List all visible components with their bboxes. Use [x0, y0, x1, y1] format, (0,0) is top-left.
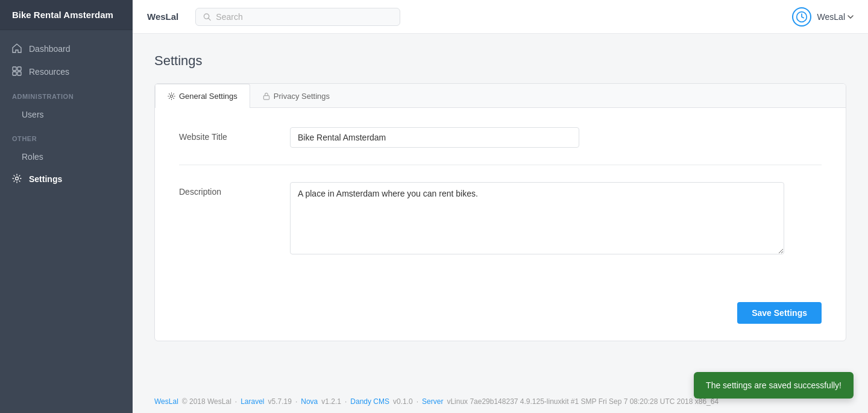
page-title: Settings: [154, 53, 846, 69]
description-field: A place in Amsterdam where you can rent …: [290, 182, 822, 256]
user-avatar: [792, 7, 811, 27]
toast-notification: The settings are saved successfully!: [694, 372, 854, 399]
home-icon: [12, 43, 23, 54]
footer-brand-link[interactable]: WesLal: [154, 397, 178, 406]
header: WesLal WesLal: [133, 0, 868, 34]
description-label: Description: [179, 182, 275, 197]
sidebar-item-users[interactable]: Users: [0, 104, 133, 125]
svg-point-7: [170, 95, 172, 97]
sidebar-section-administration: ADMINISTRATION: [0, 83, 133, 104]
header-right: WesLal: [792, 7, 854, 27]
footer-copyright: © 2018 WesLal: [182, 397, 231, 406]
sidebar-item-resources-label: Resources: [29, 67, 69, 77]
settings-card: General Settings Privacy Settings Web: [154, 83, 846, 341]
form-footer: Save Settings: [155, 292, 846, 341]
sidebar-item-dashboard[interactable]: Dashboard: [0, 37, 133, 60]
svg-rect-1: [17, 67, 21, 71]
form-divider: [179, 165, 822, 165]
app-name: WesLal: [147, 11, 178, 22]
svg-rect-3: [17, 72, 21, 75]
tabs: General Settings Privacy Settings: [155, 84, 846, 108]
sidebar-item-settings-label: Settings: [29, 174, 62, 184]
user-menu[interactable]: WesLal: [817, 12, 854, 22]
svg-rect-2: [13, 72, 16, 75]
sidebar-nav: Dashboard Resources ADMINISTRATION Users: [0, 30, 133, 413]
form-row-title: Website Title: [179, 127, 822, 148]
main-content: WesLal WesLal: [133, 0, 868, 413]
footer-nova-link[interactable]: Nova: [301, 397, 318, 406]
tab-privacy[interactable]: Privacy Settings: [250, 84, 342, 108]
sidebar-section-other: OTHER: [0, 125, 133, 146]
svg-rect-0: [13, 67, 16, 71]
gear-icon: [12, 174, 23, 184]
sidebar-item-resources[interactable]: Resources: [0, 60, 133, 83]
footer-server-value: vLinux 7ae29b148237 4.9.125-linuxkit #1 …: [447, 397, 719, 406]
sidebar-item-users-label: Users: [22, 110, 44, 119]
description-textarea[interactable]: A place in Amsterdam where you can rent …: [290, 182, 784, 254]
footer-server-link[interactable]: Server: [422, 397, 443, 406]
page-content: Settings General Settings: [133, 34, 868, 390]
sidebar-item-roles-label: Roles: [22, 152, 43, 162]
sidebar: Bike Rental Amsterdam Dashboard: [0, 0, 133, 413]
form-row-description: Description A place in Amsterdam where y…: [179, 182, 822, 256]
search-input[interactable]: [216, 12, 392, 22]
search-bar: [195, 8, 400, 26]
footer-dandy-link[interactable]: Dandy CMS: [350, 397, 389, 406]
footer-nova-version: v1.2.1: [321, 397, 341, 406]
user-name-label: WesLal: [817, 12, 845, 22]
website-title-label: Website Title: [179, 127, 275, 142]
lock-tab-icon: [263, 92, 270, 100]
form-body: Website Title Description A place in Ams…: [155, 108, 846, 292]
save-settings-button[interactable]: Save Settings: [737, 302, 822, 324]
svg-rect-8: [263, 96, 269, 100]
gear-tab-icon: [168, 92, 175, 100]
grid-icon: [12, 66, 23, 77]
footer-dandy-version: v0.1.0: [393, 397, 413, 406]
sidebar-item-settings[interactable]: Settings: [0, 168, 133, 191]
sidebar-item-roles[interactable]: Roles: [0, 146, 133, 168]
sidebar-logo: Bike Rental Amsterdam: [0, 0, 133, 30]
tab-privacy-label: Privacy Settings: [274, 92, 330, 101]
sidebar-item-dashboard-label: Dashboard: [29, 44, 71, 54]
search-icon: [203, 13, 211, 21]
tab-general[interactable]: General Settings: [155, 84, 250, 108]
footer-laravel-link[interactable]: Laravel: [241, 397, 264, 406]
tab-general-label: General Settings: [179, 92, 237, 101]
footer-laravel-version: v5.7.19: [268, 397, 292, 406]
website-title-input[interactable]: [290, 127, 579, 148]
svg-point-4: [16, 177, 19, 180]
chevron-down-icon: [848, 15, 854, 19]
website-title-field: [290, 127, 822, 148]
